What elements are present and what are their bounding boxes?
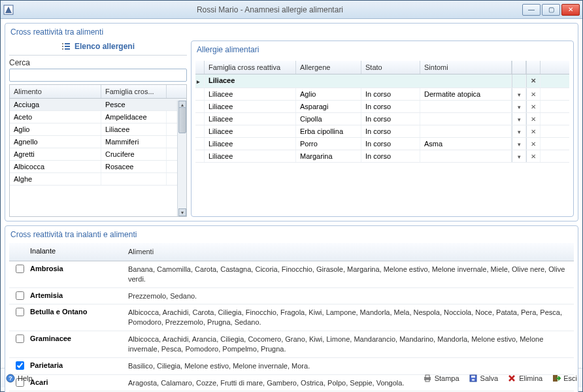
- cell-alimento: Alghe: [10, 173, 101, 185]
- window-controls: — ▢ ✕: [522, 4, 580, 16]
- col-allergene[interactable]: Allergene: [296, 61, 361, 74]
- exit-label: Esci: [563, 374, 577, 382]
- food-allergies-header: Famiglia cross reattiva Allergene Stato …: [195, 61, 569, 74]
- cell-famiglia: Rosacee: [101, 161, 167, 172]
- table-row[interactable]: AcciugaPesce: [10, 99, 186, 111]
- cell-alimenti: Albicocca, Arachidi, Arancia, Ciliegia, …: [125, 333, 571, 355]
- table-row[interactable]: ArtemisiaPrezzemolo, Sedano.: [9, 288, 574, 305]
- table-row[interactable]: AmbrosiaBanana, Camomilla, Carota, Casta…: [9, 261, 574, 288]
- row-dropdown-button[interactable]: [512, 138, 526, 150]
- cross-foods-group: Cross reattività tra alimenti Elenco all…: [5, 23, 578, 221]
- cell-inalante: Artemisia: [27, 290, 125, 301]
- col-alimenti[interactable]: Alimenti: [125, 246, 571, 258]
- inhalants-header: Inalante Alimenti: [9, 243, 574, 261]
- cell-alimenti: Basilico, Ciliegia, Melone estivo, Melon…: [125, 360, 571, 372]
- table-row[interactable]: AgnelloMammiferi: [10, 136, 186, 148]
- cell-allergene: Porro: [296, 138, 361, 150]
- col-famiglia-cross[interactable]: Famiglia cross reattiva: [205, 61, 296, 74]
- cell-famiglia: Liliacee: [205, 150, 296, 162]
- col-stato[interactable]: Stato: [361, 61, 420, 74]
- cell-famiglia: Mammiferi: [101, 136, 167, 148]
- row-delete-button[interactable]: [526, 101, 541, 112]
- row-dropdown-button[interactable]: [512, 150, 526, 162]
- inhalant-checkbox[interactable]: [16, 265, 24, 273]
- row-dropdown-button[interactable]: [512, 125, 526, 137]
- save-icon: [469, 374, 478, 383]
- inhalant-checkbox[interactable]: [16, 361, 24, 370]
- inhalant-checkbox[interactable]: [16, 291, 24, 300]
- svg-rect-7: [471, 376, 475, 378]
- maximize-button[interactable]: ▢: [542, 4, 560, 16]
- scrollbar[interactable]: ▴ ▾: [177, 101, 186, 216]
- allergen-grid-header: Alimento Famiglia cros...: [10, 85, 186, 99]
- row-dropdown-button[interactable]: [512, 101, 526, 112]
- table-row[interactable]: AcetoAmpelidacee: [10, 111, 186, 123]
- inhalants-grid[interactable]: Inalante Alimenti AmbrosiaBanana, Camomi…: [9, 243, 574, 392]
- chevron-down-icon: [518, 127, 521, 135]
- row-delete-button[interactable]: [526, 150, 541, 162]
- allergen-grid[interactable]: Alimento Famiglia cros... AcciugaPesceAc…: [9, 84, 187, 217]
- cell-alimenti: Prezzemolo, Sedano.: [125, 290, 571, 302]
- col-inalante[interactable]: Inalante: [27, 246, 125, 258]
- search-input[interactable]: [9, 69, 187, 82]
- row-delete-button[interactable]: [526, 138, 541, 150]
- table-row[interactable]: Betulla e OntanoAlbicocca, Arachidi, Car…: [9, 304, 574, 331]
- col-famiglia[interactable]: Famiglia cros...: [101, 85, 167, 98]
- group-label: Liliacee: [205, 74, 512, 88]
- printer-icon: [423, 374, 432, 383]
- cell-alimenti: Albicocca, Arachidi, Carota, Ciliegia, F…: [125, 306, 571, 329]
- row-delete-button[interactable]: [526, 125, 541, 137]
- cell-famiglia: Liliacee: [205, 113, 296, 125]
- inhalant-checkbox[interactable]: [16, 308, 24, 316]
- minimize-button[interactable]: —: [522, 4, 541, 16]
- titlebar[interactable]: Rossi Mario - Anamnesi allergie alimenta…: [1, 1, 582, 19]
- col-alimento[interactable]: Alimento: [10, 85, 101, 98]
- elenco-header[interactable]: Elenco allergeni: [9, 41, 187, 56]
- table-row[interactable]: LiliaceeAglioIn corsoDermatite atopica: [195, 88, 569, 101]
- row-delete-button[interactable]: [526, 74, 541, 88]
- food-allergies-grid[interactable]: Famiglia cross reattiva Allergene Stato …: [195, 61, 569, 214]
- cell-alimento: Albicocca: [10, 161, 101, 172]
- table-row[interactable]: GraminaceeAlbicocca, Arachidi, Arancia, …: [9, 331, 574, 358]
- svg-rect-5: [425, 380, 429, 382]
- scroll-down-icon[interactable]: ▾: [178, 208, 186, 216]
- help-button[interactable]: ? Help: [6, 374, 33, 383]
- cell-sintomi: [420, 101, 512, 112]
- row-delete-button[interactable]: [526, 113, 541, 125]
- table-row[interactable]: AgrettiCrucifere: [10, 148, 186, 161]
- delete-button[interactable]: Elimina: [507, 374, 542, 383]
- table-row[interactable]: AglioLiliacee: [10, 123, 186, 136]
- group-row[interactable]: Liliacee: [195, 74, 569, 88]
- exit-button[interactable]: Esci: [552, 374, 577, 383]
- cell-allergene: Aglio: [296, 88, 361, 100]
- row-dropdown-button[interactable]: [512, 113, 526, 125]
- cell-alimento: Aglio: [10, 123, 101, 135]
- table-row[interactable]: Alghe: [10, 173, 186, 186]
- row-delete-button[interactable]: [526, 88, 541, 100]
- chevron-down-icon: [518, 152, 521, 160]
- list-icon: [61, 42, 71, 51]
- table-row[interactable]: LiliaceeCipollaIn corso: [195, 113, 569, 125]
- help-icon: ?: [6, 374, 15, 383]
- print-button[interactable]: Stampa: [423, 374, 459, 383]
- save-button[interactable]: Salva: [469, 374, 499, 383]
- table-row[interactable]: ParietariaBasilico, Ciliegia, Melone est…: [9, 358, 574, 375]
- close-button[interactable]: ✕: [561, 4, 580, 16]
- search-label: Cerca: [9, 56, 187, 69]
- row-dropdown-button[interactable]: [512, 88, 526, 100]
- cell-famiglia: Liliacee: [205, 101, 296, 112]
- content-area: Cross reattività tra alimenti Elenco all…: [1, 19, 582, 368]
- scroll-thumb[interactable]: [178, 107, 186, 133]
- table-row[interactable]: LiliaceeMargarinaIn corso: [195, 150, 569, 163]
- table-row[interactable]: LiliaceeErba cipollinaIn corso: [195, 125, 569, 138]
- allergen-list-panel: Elenco allergeni Cerca Alimento Famiglia…: [9, 41, 187, 217]
- table-row[interactable]: AlbicoccaRosacee: [10, 161, 186, 173]
- chevron-down-icon: [518, 140, 521, 148]
- inhalant-checkbox[interactable]: [16, 335, 24, 343]
- table-row[interactable]: LiliaceePorroIn corsoAsma: [195, 138, 569, 150]
- cell-stato: In corso: [361, 101, 420, 112]
- table-row[interactable]: LiliaceeAsparagiIn corso: [195, 101, 569, 113]
- food-allergies-legend: Allergie alimentari: [197, 45, 569, 54]
- row-indicator-icon: [197, 77, 200, 85]
- col-sintomi[interactable]: Sintomi: [420, 61, 512, 74]
